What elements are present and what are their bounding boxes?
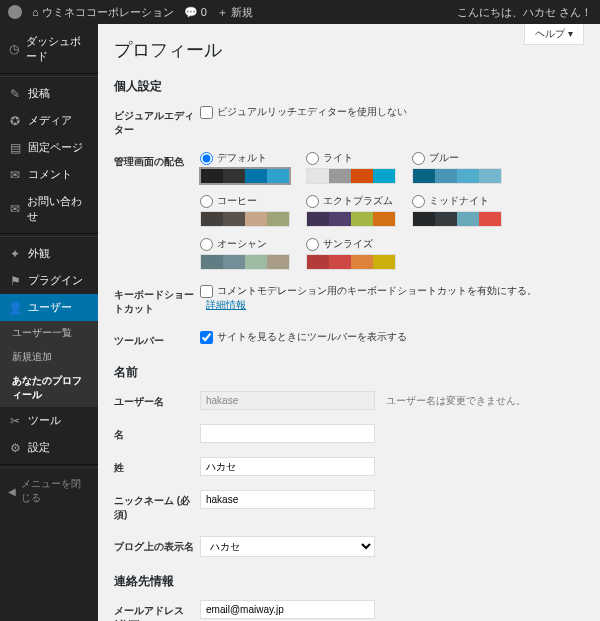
color-swatch [306,168,396,184]
main-content: ヘルプ ▾ プロフィール 個人設定 ビジュアルエディター ビジュアルリッチエディ… [98,24,600,621]
shortcuts-checkbox[interactable] [200,285,213,298]
color-scheme-label: コーヒー [217,194,257,208]
color-scheme-label: オーシャン [217,237,267,251]
menu-tools[interactable]: ✂ツール [0,407,98,434]
wordpress-logo-icon[interactable] [8,5,22,19]
label-toolbar: ツールバー [114,330,200,348]
color-scheme-label: エクトプラズム [323,194,393,208]
nickname-input[interactable] [200,490,375,509]
section-contact: 連絡先情報 [114,573,584,590]
submenu-users-all[interactable]: ユーザー一覧 [0,321,98,345]
color-scheme-2[interactable]: ブルー [412,151,502,184]
color-scheme-radio[interactable] [200,238,213,251]
admin-sidebar: ◷ダッシュボード ✎投稿 ✪メディア ▤固定ページ ✉コメント ✉お問い合わせ … [0,24,98,621]
submenu-users-profile[interactable]: あなたのプロフィール [0,369,98,407]
username-desc: ユーザー名は変更できません。 [386,395,526,406]
comments-link[interactable]: 💬 0 [184,6,207,19]
dashboard-icon: ◷ [8,42,20,56]
color-scheme-label: ブルー [429,151,459,165]
shortcuts-checkbox-label[interactable]: コメントモデレーション用のキーボードショートカットを有効にする。 [200,284,584,298]
color-swatch [306,254,396,270]
menu-dashboard[interactable]: ◷ダッシュボード [0,28,98,70]
color-scheme-radio[interactable] [200,152,213,165]
page-title: プロフィール [114,38,584,62]
color-swatch [200,254,290,270]
color-scheme-radio[interactable] [306,238,319,251]
section-personal: 個人設定 [114,78,584,95]
color-scheme-label: デフォルト [217,151,267,165]
collapse-icon: ◀ [8,486,16,497]
settings-icon: ⚙ [8,441,22,455]
label-display-name: ブログ上の表示名 [114,536,200,554]
new-content-link[interactable]: ＋ 新規 [217,5,253,20]
shortcuts-more-link[interactable]: 詳細情報 [206,299,246,310]
visual-editor-checkbox[interactable] [200,106,213,119]
help-tab[interactable]: ヘルプ ▾ [524,24,584,45]
menu-settings[interactable]: ⚙設定 [0,434,98,461]
color-scheme-radio[interactable] [412,152,425,165]
display-name-select[interactable]: ハカセ [200,536,375,557]
color-swatch [306,211,396,227]
tools-icon: ✂ [8,414,22,428]
section-name: 名前 [114,364,584,381]
account-link[interactable]: こんにちは、ハカセ さん！ [457,6,592,18]
label-nickname: ニックネーム (必須) [114,490,200,522]
color-scheme-7[interactable]: サンライズ [306,237,396,270]
submenu-users: ユーザー一覧 新規追加 あなたのプロフィール [0,321,98,407]
toolbar-checkbox-label[interactable]: サイトを見るときにツールバーを表示する [200,330,584,344]
color-scheme-label: サンライズ [323,237,373,251]
pin-icon: ✎ [8,87,22,101]
site-link[interactable]: ⌂ ウミネココーポレーション [32,5,174,20]
menu-contact[interactable]: ✉お問い合わせ [0,188,98,230]
plugin-icon: ⚑ [8,274,22,288]
first-name-input[interactable] [200,424,375,443]
toolbar-checkbox[interactable] [200,331,213,344]
menu-comments[interactable]: ✉コメント [0,161,98,188]
menu-media[interactable]: ✪メディア [0,107,98,134]
label-shortcuts: キーボードショートカット [114,284,200,316]
color-scheme-radio[interactable] [412,195,425,208]
menu-pages[interactable]: ▤固定ページ [0,134,98,161]
label-visual-editor: ビジュアルエディター [114,105,200,137]
menu-posts[interactable]: ✎投稿 [0,80,98,107]
color-scheme-0[interactable]: デフォルト [200,151,290,184]
color-scheme-3[interactable]: コーヒー [200,194,290,227]
color-scheme-radio[interactable] [200,195,213,208]
color-scheme-label: ミッドナイト [429,194,489,208]
color-schemes: デフォルトライトブルーコーヒーエクトプラズムミッドナイトオーシャンサンライズ [200,151,584,270]
label-first-name: 名 [114,424,200,442]
color-swatch [412,211,502,227]
menu-collapse[interactable]: ◀メニューを閉じる [0,471,98,511]
users-icon: 👤 [8,301,22,315]
label-username: ユーザー名 [114,391,200,409]
label-email: メールアドレス (必須) [114,600,200,621]
color-scheme-4[interactable]: エクトプラズム [306,194,396,227]
label-color-scheme: 管理画面の配色 [114,151,200,169]
brush-icon: ✦ [8,247,22,261]
submenu-users-add[interactable]: 新規追加 [0,345,98,369]
color-scheme-5[interactable]: ミッドナイト [412,194,502,227]
label-last-name: 姓 [114,457,200,475]
admin-bar: ⌂ ウミネココーポレーション 💬 0 ＋ 新規 こんにちは、ハカセ さん！ [0,0,600,24]
color-swatch [412,168,502,184]
menu-appearance[interactable]: ✦外観 [0,240,98,267]
last-name-input[interactable] [200,457,375,476]
comment-icon: ✉ [8,168,22,182]
color-scheme-radio[interactable] [306,152,319,165]
color-scheme-1[interactable]: ライト [306,151,396,184]
color-swatch [200,211,290,227]
color-scheme-radio[interactable] [306,195,319,208]
page-icon: ▤ [8,141,22,155]
media-icon: ✪ [8,114,22,128]
menu-users[interactable]: 👤ユーザー [0,294,98,321]
mail-icon: ✉ [8,202,21,216]
username-input [200,391,375,410]
color-scheme-6[interactable]: オーシャン [200,237,290,270]
email-input[interactable] [200,600,375,619]
visual-editor-checkbox-label[interactable]: ビジュアルリッチエディターを使用しない [200,105,584,119]
color-scheme-label: ライト [323,151,353,165]
menu-plugins[interactable]: ⚑プラグイン [0,267,98,294]
color-swatch [200,168,290,184]
